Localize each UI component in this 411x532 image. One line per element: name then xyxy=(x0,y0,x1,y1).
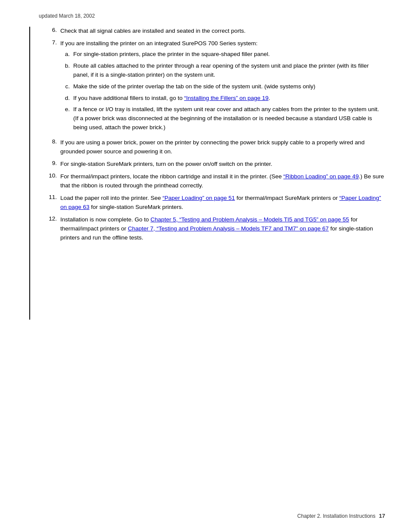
sub-item-content: Make the side of the printer overlap the… xyxy=(73,82,385,91)
sub-item-letter: b. xyxy=(60,62,73,71)
updated-date: updated March 18, 2002 xyxy=(39,13,385,19)
link-chapter7[interactable]: Chapter 7, “Testing and Problem Analysis… xyxy=(128,225,329,232)
item-number: 11. xyxy=(42,194,60,200)
sub-item-letter: a. xyxy=(60,50,73,59)
item-number: 8. xyxy=(42,138,60,145)
sub-list-item: e. If a fence or I/O tray is installed, … xyxy=(60,105,385,132)
sub-list-item: a. For single-station printers, place th… xyxy=(60,50,385,59)
item-number: 12. xyxy=(42,215,60,222)
item-content: Check that all signal cables are install… xyxy=(60,27,385,36)
link-installing-fillers[interactable]: “Installing the Fillers” on page 19 xyxy=(184,95,268,101)
list-item: 12. Installation is now complete. Go to … xyxy=(42,215,385,243)
sub-list: a. For single-station printers, place th… xyxy=(60,50,385,132)
sub-item-letter: d. xyxy=(60,94,73,103)
link-ribbon-loading[interactable]: “Ribbon Loading” on page 49 xyxy=(283,173,359,180)
main-content: 6. Check that all signal cables are inst… xyxy=(34,27,385,320)
item-content: If you are using a power brick, power on… xyxy=(60,138,385,156)
page-container: updated March 18, 2002 6. Check that all… xyxy=(0,0,411,532)
item-content: For single-station SureMark printers, tu… xyxy=(60,160,385,169)
change-bar xyxy=(29,27,30,320)
sub-list-item: d. If you have additional fillers to ins… xyxy=(60,94,385,103)
list-item: 10. For thermal/impact printers, locate … xyxy=(42,172,385,190)
sub-item-content: If you have additional fillers to instal… xyxy=(73,94,385,103)
sub-item-letter: e. xyxy=(60,105,73,114)
sub-list-item: b. Route all cables attached to the prin… xyxy=(60,62,385,80)
sub-item-content: Route all cables attached to the printer… xyxy=(73,62,385,80)
sub-item-letter: c. xyxy=(60,82,73,91)
content-area: 6. Check that all signal cables are inst… xyxy=(26,27,385,320)
sub-list-item: c. Make the side of the printer overlap … xyxy=(60,82,385,91)
item-content: Load the paper roll into the printer. Se… xyxy=(60,194,385,212)
list-item: 9. For single-station SureMark printers,… xyxy=(42,160,385,169)
change-bar-column xyxy=(26,27,34,320)
list-item: 7. If you are installing the printer on … xyxy=(42,39,385,135)
list-item: 6. Check that all signal cables are inst… xyxy=(42,27,385,36)
item-content: If you are installing the printer on an … xyxy=(60,39,385,135)
list-item: 11. Load the paper roll into the printer… xyxy=(42,194,385,212)
item-number: 7. xyxy=(42,39,60,46)
sub-item-content: For single-station printers, place the p… xyxy=(73,50,385,59)
footer-area: Chapter 2. Installation Instructions 17 xyxy=(0,513,411,519)
footer-chapter-text: Chapter 2. Installation Instructions xyxy=(297,513,375,519)
item-number: 9. xyxy=(42,160,60,166)
list-item: 8. If you are using a power brick, power… xyxy=(42,138,385,156)
item-content: Installation is now complete. Go to Chap… xyxy=(60,215,385,243)
footer-page-number: 17 xyxy=(379,513,385,519)
link-paper-loading-51[interactable]: “Paper Loading” on page 51 xyxy=(162,195,235,201)
sub-item-content: If a fence or I/O tray is installed, lif… xyxy=(73,105,385,132)
item-number: 6. xyxy=(42,27,60,33)
item-content: For thermal/impact printers, locate the … xyxy=(60,172,385,190)
link-chapter5[interactable]: Chapter 5, “Testing and Problem Analysis… xyxy=(150,216,349,223)
item-number: 10. xyxy=(42,172,60,179)
